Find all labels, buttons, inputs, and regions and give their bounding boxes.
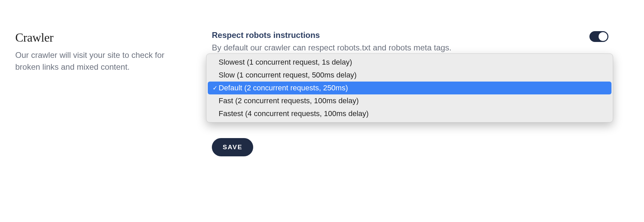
speed-option-label: Slow (1 concurrent request, 500ms delay) — [219, 71, 607, 80]
speed-option-fastest[interactable]: Fastest (4 concurrent requests, 100ms de… — [208, 107, 611, 120]
robots-setting-title: Respect robots instructions — [212, 30, 583, 40]
toggle-knob-icon — [599, 32, 607, 41]
speed-option-default[interactable]: ✓ Default (2 concurrent requests, 250ms) — [208, 82, 611, 94]
speed-option-label: Fastest (4 concurrent requests, 100ms de… — [219, 109, 607, 118]
save-button[interactable]: SAVE — [212, 138, 253, 156]
speed-option-label: Default (2 concurrent requests, 250ms) — [219, 84, 607, 92]
section-description: Our crawler will visit your site to chec… — [15, 49, 192, 73]
robots-toggle[interactable] — [589, 31, 608, 42]
speed-dropdown: Slowest (1 concurrent request, 1s delay)… — [206, 53, 613, 123]
robots-setting-row: Respect robots instructions By default o… — [212, 30, 608, 54]
speed-option-label: Fast (2 concurrent requests, 100ms delay… — [219, 96, 607, 105]
speed-option-label: Slowest (1 concurrent request, 1s delay) — [219, 58, 607, 67]
speed-option-slowest[interactable]: Slowest (1 concurrent request, 1s delay) — [208, 56, 611, 69]
robots-setting-description: By default our crawler can respect robot… — [212, 42, 583, 54]
check-icon: ✓ — [211, 84, 219, 92]
section-title: Crawler — [15, 30, 192, 45]
speed-option-slow[interactable]: Slow (1 concurrent request, 500ms delay) — [208, 69, 611, 82]
speed-option-fast[interactable]: Fast (2 concurrent requests, 100ms delay… — [208, 94, 611, 107]
